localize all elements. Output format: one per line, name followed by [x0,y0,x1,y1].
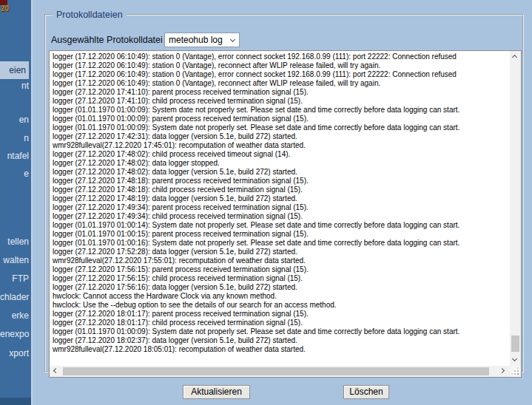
sidebar-item-3[interactable]: n [0,132,31,144]
sidebar-item-1[interactable]: nt [0,80,31,92]
log-text[interactable]: logger (17.12.2020 06:10:49): station 0 … [50,51,510,366]
scroll-left-button[interactable] [50,366,61,377]
sidebar-item-2[interactable]: en [0,114,31,126]
scroll-right-button[interactable] [498,366,509,377]
sidebar-item-9[interactable]: chlader [0,291,31,303]
log-files-panel: Protokolldateien Ausgewählte Protokollda… [44,10,524,372]
logfile-select-value: meteohub log [169,35,223,45]
scroll-up-button[interactable] [510,51,521,62]
scroll-down-button[interactable] [510,355,521,366]
chevron-right-icon [499,368,505,373]
chevron-left-icon [53,368,58,373]
resize-grip-icon [517,373,519,375]
logo-fragment-text: 20 [1,4,9,13]
sidebar-item-11[interactable]: enexpo [0,328,31,340]
resize-grip[interactable] [510,366,521,377]
sidebar-item-8[interactable]: FTP [0,273,31,285]
chevron-up-icon [512,55,517,60]
selected-logfile-label: Ausgewählte Protokolldatei [51,35,163,45]
sidebar-item-4[interactable]: ntafel [0,150,31,162]
sidebar-item-6[interactable]: tellen [0,236,31,248]
main-content: Protokolldateien Ausgewählte Protokollda… [31,0,532,405]
logfile-select[interactable]: meteohub log [164,33,240,47]
vertical-scrollbar[interactable] [510,51,521,366]
refresh-button[interactable]: Aktualisieren [183,385,250,399]
sidebar-footer-strip [0,398,31,405]
horizontal-scrollbar[interactable] [50,366,510,377]
log-viewer: logger (17.12.2020 06:10:49): station 0 … [49,50,522,378]
sidebar-item-5[interactable]: e [0,168,31,180]
chevron-down-icon [230,37,235,42]
panel-legend: Protokolldateien [53,10,127,20]
vertical-scrollbar-thumb[interactable] [511,336,519,352]
sidebar-item-10[interactable]: erke [0,310,31,321]
delete-button[interactable]: Löschen [343,385,389,399]
sidebar-item-12[interactable]: xport [0,347,31,359]
horizontal-scrollbar-thumb[interactable] [63,367,489,375]
chevron-down-icon [512,356,517,361]
sidebar-item-0[interactable]: eien [0,61,29,79]
sidebar-item-7[interactable]: walten [0,254,31,266]
sidebar-nav: 20 eienntennntafeletellenwaltenFTPchlade… [0,0,31,405]
